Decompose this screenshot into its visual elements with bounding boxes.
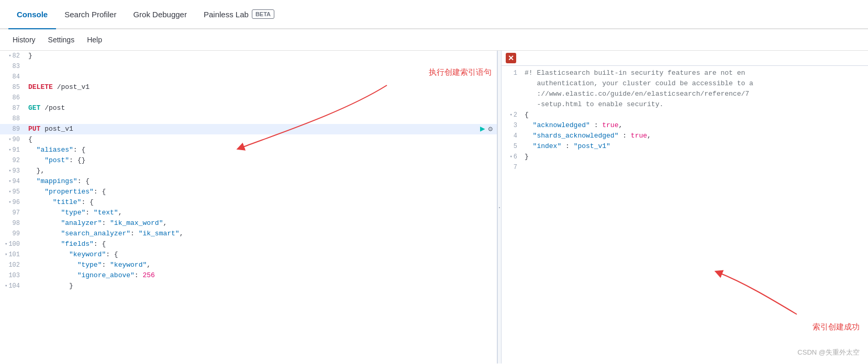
table-row: 1 #! Elasticsearch built-in security fea…: [502, 68, 868, 78]
fold-arrow[interactable]: ▾: [8, 176, 11, 187]
help-button[interactable]: Help: [83, 33, 106, 46]
fold-arrow[interactable]: ▾: [8, 197, 11, 208]
table-row: 84: [0, 72, 497, 82]
fold-arrow[interactable]: ▾: [509, 152, 512, 162]
wrench-button[interactable]: ⚙: [488, 124, 493, 134]
table-row: ▾2 {: [502, 110, 868, 120]
output-pane: ✕ 1 #! Elasticsearch built-in security f…: [502, 51, 868, 363]
table-row: ▾96 "title": {: [0, 197, 497, 208]
table-row: 102 "type": "keyword",: [0, 260, 497, 270]
table-row: 83: [0, 61, 497, 72]
history-button[interactable]: History: [8, 33, 40, 46]
pane-divider[interactable]: ⋮: [497, 51, 502, 363]
table-row: 5 "index" : "post_v1": [502, 141, 868, 152]
table-row: 92 "post": {}: [0, 155, 497, 166]
tab-painless-lab[interactable]: Painless Lab BETA: [195, 0, 283, 29]
run-button[interactable]: ▶: [480, 124, 485, 134]
fold-arrow[interactable]: ▾: [5, 281, 7, 291]
fold-arrow[interactable]: ▾: [5, 239, 7, 249]
table-row: 87 GET /post: [0, 103, 497, 113]
fold-arrow[interactable]: ▾: [5, 249, 7, 260]
table-row: ://www.elastic.co/guide/en/elasticsearch…: [502, 89, 868, 99]
tab-search-profiler[interactable]: Search Profiler: [56, 0, 125, 29]
tab-grok-debugger[interactable]: Grok Debugger: [125, 0, 195, 29]
table-row: ▾90 {: [0, 134, 497, 145]
table-row: 98 "analyzer": "ik_max_word",: [0, 218, 497, 229]
table-row: ▾101 "keyword": {: [0, 249, 497, 260]
fold-arrow[interactable]: ▾: [8, 166, 11, 176]
table-row: 3 "acknowledged" : true,: [502, 120, 868, 131]
table-row: ▾104 }: [0, 281, 497, 291]
table-row: 86: [0, 93, 497, 103]
code-editor[interactable]: ▾82 } 83 84 85 DELETE /post_v1 86: [0, 51, 497, 363]
table-row: ▾82 }: [0, 51, 497, 61]
table-row: authentication, your cluster could be ac…: [502, 78, 868, 89]
fold-arrow[interactable]: ▾: [8, 145, 11, 155]
table-row: 103 "ignore_above": 256: [0, 270, 497, 281]
secondary-toolbar: History Settings Help: [0, 29, 868, 51]
fold-arrow[interactable]: ▾: [8, 187, 11, 197]
table-row: ▾93 },: [0, 166, 497, 176]
editor-pane: ▾82 } 83 84 85 DELETE /post_v1 86: [0, 51, 497, 363]
fold-arrow[interactable]: ▾: [8, 134, 11, 145]
line-actions: ▶ ⚙: [480, 124, 493, 134]
settings-button[interactable]: Settings: [44, 33, 79, 46]
table-row: ▾94 "mappings": {: [0, 176, 497, 187]
table-row: 88: [0, 113, 497, 124]
table-row: ▾100 "fields": {: [0, 239, 497, 249]
main-container: ▾82 } 83 84 85 DELETE /post_v1 86: [0, 51, 868, 363]
table-row: 97 "type": "text",: [0, 208, 497, 218]
tab-console[interactable]: Console: [8, 0, 56, 29]
table-row: 85 DELETE /post_v1: [0, 82, 497, 93]
table-row: ▾95 "properties": {: [0, 187, 497, 197]
table-row: ▾91 "aliases": {: [0, 145, 497, 155]
table-row: ▾6 }: [502, 152, 868, 162]
top-navigation: Console Search Profiler Grok Debugger Pa…: [0, 0, 868, 29]
table-row: 7: [502, 162, 868, 173]
output-header: ✕: [502, 51, 868, 66]
table-row: 99 "search_analyzer": "ik_smart",: [0, 229, 497, 239]
table-row: 4 "shards_acknowledged" : true,: [502, 131, 868, 141]
table-row: 89 PUT post_v1 ▶ ⚙: [0, 124, 497, 134]
fold-arrow[interactable]: ▾: [509, 110, 512, 120]
fold-arrow[interactable]: ▾: [8, 51, 11, 61]
close-button[interactable]: ✕: [506, 53, 516, 63]
table-row: -setup.html to enable security.: [502, 99, 868, 110]
output-viewer[interactable]: 1 #! Elasticsearch built-in security fea…: [502, 66, 868, 363]
beta-badge: BETA: [252, 9, 274, 19]
